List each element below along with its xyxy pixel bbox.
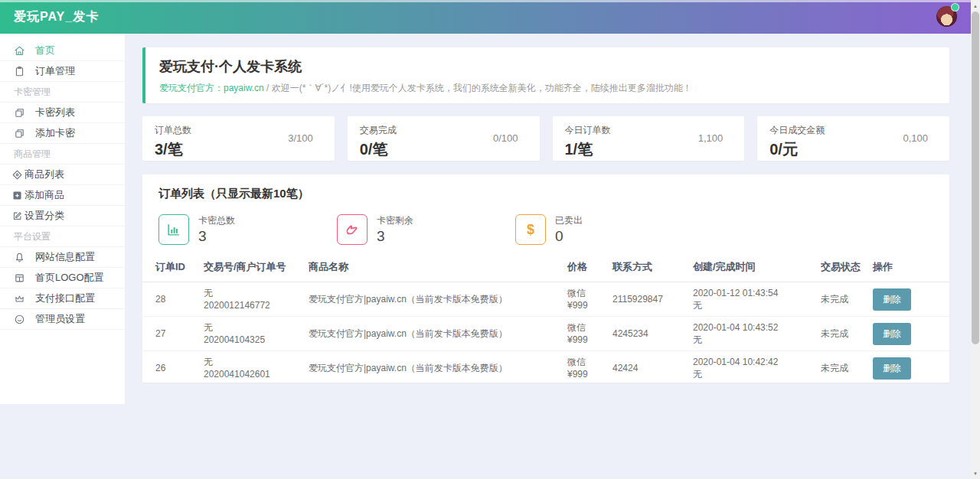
finished-time: 无	[693, 368, 821, 380]
mini-stat-label: 卡密总数	[198, 214, 235, 227]
cell-trade-no: 无 202004104325	[204, 317, 309, 351]
cell-price: 微信 ¥999	[567, 351, 612, 386]
mini-stat-value: 3	[377, 228, 413, 245]
trade-no: 无	[204, 287, 309, 299]
sidebar-item-logo-config[interactable]: 首页LOGO配置	[0, 268, 125, 288]
stat-ratio: 0/100	[493, 132, 518, 144]
sidebar-item-site-info-config[interactable]: 网站信息配置	[0, 247, 125, 268]
sidebar-item-label: 首页LOGO配置	[35, 271, 104, 285]
page: 爱玩PAY_发卡 ▲ ▼ 首页 订单管理 卡密管理 卡密列表 添加卡密 商	[0, 0, 980, 479]
cell-trade-no: 无 2020041042601	[204, 351, 309, 386]
sidebar-item-admin-settings[interactable]: 管理员设置	[0, 309, 125, 330]
cell-contact: 2115929847	[612, 282, 693, 317]
status-badge: 未完成	[821, 282, 873, 317]
col-trade-no: 交易号/商户订单号	[204, 254, 309, 282]
sidebar-section-card-management: 卡密管理	[0, 82, 125, 103]
edit-icon	[11, 210, 23, 222]
col-created-time: 创建/完成时间	[693, 254, 821, 282]
cell-actions: 删除	[873, 282, 949, 317]
dollar-glyph: $	[527, 222, 534, 238]
cell-order-id: 26	[142, 351, 204, 386]
top-header-bar: 爱玩PAY_发卡	[0, 0, 971, 34]
sidebar-item-label: 商品列表	[24, 168, 64, 181]
cell-order-id: 27	[142, 317, 204, 351]
cell-time: 2020-01-04 10:42:42 无	[693, 351, 821, 386]
pay-method: 微信	[567, 321, 612, 334]
copy-icon	[14, 107, 25, 119]
main-content: 爱玩支付·个人发卡系统 爱玩支付官方：payaiw.cn / 欢迎一(*｀∀´*…	[142, 34, 949, 383]
created-time: 2020-01-04 10:42:42	[693, 356, 821, 368]
trade-no: 无	[204, 321, 309, 334]
created-time: 2020-01-04 10:43:52	[693, 321, 821, 334]
cell-trade-no: 无 2020012146772	[204, 282, 309, 317]
sidebar-item-set-category[interactable]: 设置分类	[0, 206, 125, 226]
mini-stat-value: 0	[555, 228, 583, 245]
mini-stat-label: 已卖出	[555, 214, 583, 227]
bell-icon	[14, 252, 25, 263]
stat-ratio: 0,100	[903, 132, 928, 144]
dollar-icon: $	[515, 214, 546, 245]
official-site-link[interactable]: payaiw.cn	[224, 83, 264, 93]
welcome-subtitle: 爱玩支付官方：payaiw.cn / 欢迎一(*｀∀´*)ノ亻!使用爱玩个人发卡…	[159, 82, 936, 95]
mini-stat-card-remaining: 卡密剩余 3	[337, 214, 515, 245]
scroll-down-icon[interactable]: ▼	[971, 468, 980, 479]
col-contact: 联系方式	[612, 254, 693, 282]
header-highlight	[0, 0, 971, 2]
pay-method: 微信	[567, 287, 612, 299]
home-icon	[14, 45, 25, 57]
diamond-icon	[11, 169, 23, 181]
stat-card-today-orders: 今日订单数 1/笔 1,100	[553, 116, 745, 161]
user-avatar[interactable]	[936, 6, 957, 27]
sidebar-item-payment-api-config[interactable]: 支付接口配置	[0, 288, 125, 309]
orders-panel-title: 订单列表（只显示最新10笔）	[142, 187, 949, 201]
scrollbar[interactable]: ▲ ▼	[971, 0, 980, 479]
price-value: ¥999	[567, 334, 612, 346]
merchant-order-no: 2020041042601	[204, 368, 309, 380]
sidebar-section-platform-settings: 平台设置	[0, 226, 125, 247]
merchant-order-no: 2020012146772	[204, 299, 309, 311]
cell-time: 2020-01-12 01:43:54 无	[693, 282, 821, 317]
cell-price: 微信 ¥999	[567, 282, 612, 317]
delete-button[interactable]: 删除	[873, 357, 911, 380]
cell-time: 2020-01-04 10:43:52 无	[693, 317, 821, 351]
bar-chart-icon	[158, 214, 189, 245]
created-time: 2020-01-12 01:43:54	[693, 287, 821, 299]
finished-time: 无	[693, 299, 821, 311]
status-badge: 未完成	[821, 351, 873, 386]
table-row: 27 无 202004104325 爱玩支付官方|payaiw.cn（当前发卡版…	[142, 317, 949, 351]
sidebar-item-add-card[interactable]: 添加卡密	[0, 123, 125, 144]
smile-icon	[14, 314, 25, 325]
stat-ratio: 1,100	[698, 132, 724, 144]
stat-ratio: 3/100	[288, 132, 313, 144]
cell-actions: 删除	[873, 351, 949, 386]
scroll-up-icon[interactable]: ▲	[971, 0, 980, 11]
cell-product-name: 爱玩支付官方|payaiw.cn（当前发卡版本免费版）	[309, 282, 567, 317]
mini-stat-value: 3	[198, 228, 235, 245]
sidebar-item-label: 网站信息配置	[35, 250, 95, 264]
orders-table: 订单ID 交易号/商户订单号 商品名称 价格 联系方式 创建/完成时间 交易状态…	[142, 254, 949, 385]
layout-icon	[14, 272, 25, 284]
stat-card-completed-trades: 交易完成 0/笔 0/100	[348, 116, 540, 161]
sidebar-item-home[interactable]: 首页	[0, 41, 125, 61]
mini-stats-row: 卡密总数 3 卡密剩余 3 $	[142, 214, 949, 245]
cell-actions: 删除	[873, 317, 949, 351]
sidebar-item-product-list[interactable]: 商品列表	[0, 165, 125, 185]
delete-button[interactable]: 删除	[873, 288, 911, 311]
app-title: 爱玩PAY_发卡	[0, 9, 99, 25]
delete-button[interactable]: 删除	[873, 323, 911, 345]
cell-product-name: 爱玩支付官方|payaiw.cn（当前发卡版本免费版）	[309, 351, 567, 386]
merchant-order-no: 202004104325	[204, 334, 309, 346]
sidebar-item-card-list[interactable]: 卡密列表	[0, 103, 125, 123]
sidebar-item-label: 订单管理	[35, 64, 75, 78]
pay-method: 微信	[567, 356, 612, 368]
mini-stat-label: 卡密剩余	[377, 214, 413, 227]
orders-panel: 订单列表（只显示最新10笔） 卡密总数 3 卡密剩余	[142, 174, 949, 383]
finished-time: 无	[693, 334, 821, 346]
sidebar-item-order-management[interactable]: 订单管理	[0, 61, 125, 82]
trade-no: 无	[204, 356, 309, 368]
sidebar-item-add-product[interactable]: 添加商品	[0, 185, 125, 206]
price-value: ¥999	[567, 299, 612, 311]
col-product-name: 商品名称	[309, 254, 567, 282]
scrollbar-thumb[interactable]	[972, 11, 979, 344]
cell-price: 微信 ¥999	[567, 317, 612, 351]
